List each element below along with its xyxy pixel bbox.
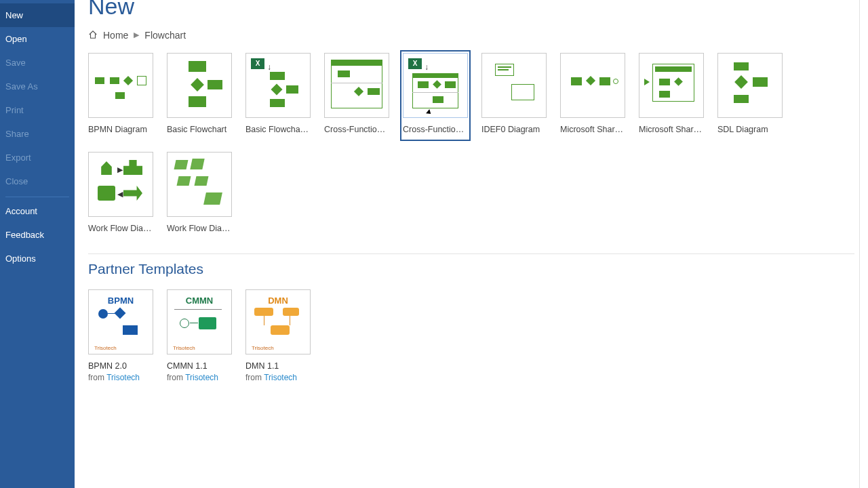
template-label: Cross-Functional… <box>324 125 389 134</box>
sidebar-item-options[interactable]: Options <box>0 247 75 270</box>
partner-source-link[interactable]: Trisotech <box>106 373 140 382</box>
panel-divider <box>859 0 860 488</box>
template-workflow-2[interactable]: Work Flow Diagr… <box>167 152 232 233</box>
sidebar-item-open[interactable]: Open <box>0 27 75 51</box>
partner-label: DMN 1.1 <box>245 361 311 371</box>
template-label: Microsoft Share… <box>560 125 625 134</box>
sidebar-divider <box>5 197 69 197</box>
excel-icon: X <box>408 58 422 69</box>
template-workflow-1[interactable]: ▶ ◀ Work Flow Diagr… <box>88 152 153 233</box>
template-label: Cross-Functional… <box>403 125 468 134</box>
breadcrumb: Home ▶ Flowchart <box>88 29 854 41</box>
template-basic-flowchart-excel[interactable]: X ↓ Basic Flowchart… <box>245 53 311 138</box>
sidebar-item-export: Export <box>0 146 75 169</box>
partner-badge: CMMN <box>167 296 231 306</box>
breadcrumb-current: Flowchart <box>144 30 186 41</box>
excel-icon: X <box>251 58 264 69</box>
partner-template-dmn[interactable]: DMN Trisotech DMN 1.1 from Trisotech <box>245 289 311 382</box>
template-sharepoint-1[interactable]: Microsoft Share… <box>560 53 625 138</box>
template-bpmn-diagram[interactable]: BPMN Diagram <box>88 53 153 138</box>
sidebar-item-share: Share <box>0 122 75 146</box>
partner-badge: DMN <box>246 296 310 306</box>
sidebar-item-feedback[interactable]: Feedback <box>0 223 75 247</box>
partner-source-link[interactable]: Trisotech <box>264 373 297 382</box>
partner-source-link[interactable]: Trisotech <box>185 373 218 382</box>
template-idef0-diagram[interactable]: IDEF0 Diagram <box>481 53 547 138</box>
partner-template-grid: BPMN Trisotech BPMN 2.0 from Trisotech C… <box>88 289 854 382</box>
sidebar-item-account[interactable]: Account <box>0 199 75 223</box>
partner-template-cmmn[interactable]: CMMN Trisotech CMMN 1.1 from Trisotech <box>167 289 232 382</box>
template-label: SDL Diagram <box>717 125 783 134</box>
partner-label: BPMN 2.0 <box>88 361 153 371</box>
partner-template-bpmn[interactable]: BPMN Trisotech BPMN 2.0 from Trisotech <box>88 289 153 382</box>
template-label: Work Flow Diagr… <box>88 224 153 233</box>
partner-templates-heading: Partner Templates <box>88 253 854 277</box>
template-basic-flowchart[interactable]: Basic Flowchart <box>167 53 232 138</box>
sidebar-item-close: Close <box>0 169 75 193</box>
template-label: IDEF0 Diagram <box>481 125 547 134</box>
main-panel: New Home ▶ Flowchart BPMN Diagram <box>75 0 868 488</box>
template-cross-functional-excel[interactable]: X ↓ Cross-Functional… <box>400 50 471 141</box>
breadcrumb-home[interactable]: Home <box>103 30 128 41</box>
partner-badge: BPMN <box>89 296 153 306</box>
partner-label: CMMN 1.1 <box>167 361 232 371</box>
template-label: Work Flow Diagr… <box>167 224 232 233</box>
home-icon[interactable] <box>88 29 98 41</box>
partner-source: from Trisotech <box>167 373 232 382</box>
template-sharepoint-2[interactable]: Microsoft Share… <box>639 53 704 138</box>
partner-source: from Trisotech <box>88 373 153 382</box>
chevron-right-icon: ▶ <box>134 30 139 39</box>
sidebar-item-print: Print <box>0 98 75 122</box>
template-label: Basic Flowchart… <box>245 125 311 134</box>
page-title: New <box>88 0 854 20</box>
partner-source: from Trisotech <box>245 373 311 382</box>
sidebar-item-save-as: Save As <box>0 75 75 98</box>
template-cross-functional[interactable]: Cross-Functional… <box>324 53 389 138</box>
template-grid: BPMN Diagram Basic Flowchart X ↓ Basic F… <box>88 53 854 233</box>
template-sdl-diagram[interactable]: SDL Diagram <box>717 53 783 138</box>
template-label: BPMN Diagram <box>88 125 153 134</box>
template-label: Microsoft Share… <box>639 125 704 134</box>
sidebar-item-new[interactable]: New <box>0 3 75 27</box>
sidebar-item-save: Save <box>0 51 75 75</box>
template-label: Basic Flowchart <box>167 125 232 134</box>
backstage-sidebar: New Open Save Save As Print Share Export… <box>0 0 75 488</box>
